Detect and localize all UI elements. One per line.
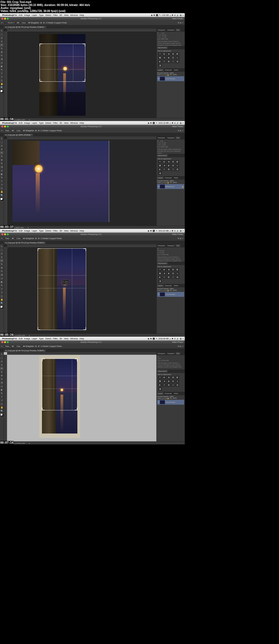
document-tab[interactable]: 6_Crop.psd @ 66.7% (Crop Preview, RGB/8)… <box>4 26 47 28</box>
move-tool[interactable]: ↖ <box>0 29 4 32</box>
frame-2: Photoshop FileEditImageLayerTypeSelectFi… <box>0 121 185 229</box>
video-meta: File: 001 Crop Tool.mp4 Size: 31618585 b… <box>0 0 185 13</box>
moon <box>35 165 43 173</box>
crop-box[interactable] <box>38 248 86 330</box>
min-dot[interactable] <box>4 18 6 20</box>
crop-box[interactable] <box>40 44 85 82</box>
ruler-horizontal <box>7 29 156 31</box>
layer-background[interactable]: 👁Background🔒 <box>157 184 184 189</box>
image[interactable] <box>39 34 86 116</box>
toolbox[interactable]: ↖⬚⊙✦✂✎⊕✎◔▭◐✎T↗◻✋🔍 <box>0 29 4 118</box>
canvas[interactable] <box>4 29 156 118</box>
close-dot[interactable] <box>1 18 3 20</box>
ruler-vertical <box>4 31 7 118</box>
mac-menubar[interactable]: Photoshop FileEditImageLayerTypeSelectFi… <box>0 13 185 17</box>
crop-tool[interactable]: ✂ <box>0 43 4 47</box>
max-dot[interactable] <box>7 18 9 20</box>
timestamp: 00:01:50 <box>0 117 14 121</box>
title-text: Adobe Photoshop CC <box>81 17 102 20</box>
color-swatch[interactable] <box>0 90 4 93</box>
image[interactable] <box>13 141 109 222</box>
frame-1: Photoshop FileEditImageLayerTypeSelectFi… <box>0 13 185 121</box>
panels[interactable]: HistogramNavigatorInfo R: ⊿ 0.0° X: 15 W… <box>156 29 185 118</box>
options-bar[interactable]: ✂⬚ Dimen ▾⇄Clear✚ Straighten⊞⚙☑ Delete C… <box>0 20 185 25</box>
crop-box[interactable] <box>42 359 77 410</box>
lasso-tool[interactable]: ⊙ <box>0 36 4 39</box>
app-name[interactable]: Photoshop <box>2 14 14 16</box>
wand-tool[interactable]: ✦ <box>0 40 4 43</box>
frame-4: PhotoshopFileEditImageLayerTypeSelectFil… <box>0 337 185 444</box>
layer-crop-preview[interactable]: 👁Crop Preview <box>157 76 184 81</box>
frame-3: PhotoshopFileEditImageLayerTypeSelectFil… <box>0 229 185 337</box>
window-titlebar: Adobe Photoshop CC Mike Photo <box>0 17 185 20</box>
tooltip: X: 0 pxY: 0 px <box>62 280 69 285</box>
marquee-tool[interactable]: ⬚ <box>0 33 4 36</box>
